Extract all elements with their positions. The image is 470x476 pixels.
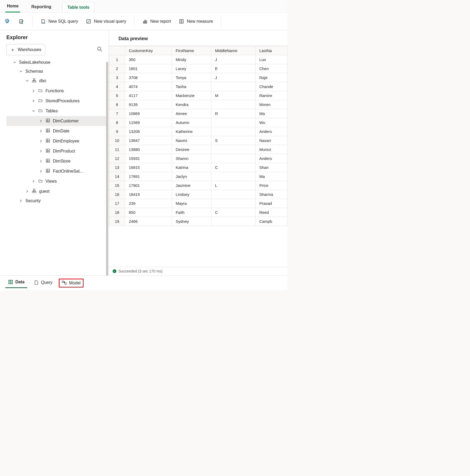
cell[interactable] <box>211 190 255 199</box>
row-number[interactable]: 7 <box>109 109 125 118</box>
cell[interactable]: 3708 <box>125 73 172 82</box>
row-number[interactable]: 10 <box>109 136 125 145</box>
view-tab-model[interactable]: Model <box>59 279 84 288</box>
cell[interactable]: M <box>211 91 255 100</box>
tree-node-factonlinesales[interactable]: FactOnlineSal... <box>6 166 106 176</box>
table-row[interactable]: 1517901JasmineLPrice <box>109 181 288 190</box>
cell[interactable]: Shan <box>255 163 288 172</box>
cell[interactable] <box>211 217 255 226</box>
cell[interactable]: Katherine <box>172 127 211 136</box>
row-number[interactable]: 3 <box>109 73 125 82</box>
row-number[interactable]: 15 <box>109 181 125 190</box>
cell[interactable]: Ma <box>255 172 288 181</box>
cell[interactable]: Desiree <box>172 145 211 154</box>
cell[interactable]: 350 <box>125 55 172 64</box>
table-row[interactable]: 192466SydneyCampb <box>109 217 288 226</box>
cell[interactable]: 9139 <box>125 100 172 109</box>
table-row[interactable]: 17239MayraPrasad <box>109 199 288 208</box>
cell[interactable] <box>211 100 255 109</box>
tree-node-dimcustomer[interactable]: DimCustomer <box>6 116 106 126</box>
tab-reporting[interactable]: Reporting <box>30 2 53 12</box>
cell[interactable]: Katrina <box>172 163 211 172</box>
tree-node-views[interactable]: Views <box>6 176 106 186</box>
cell[interactable] <box>211 127 255 136</box>
cell[interactable]: C <box>211 208 255 217</box>
tree-node-security[interactable]: Security <box>6 196 106 205</box>
cell[interactable]: J <box>211 73 255 82</box>
cell[interactable]: Sharma <box>255 190 288 199</box>
table-row[interactable]: 1113880DesireeMunoz <box>109 145 288 154</box>
tree-node-dimstore[interactable]: DimStore <box>6 156 106 166</box>
cell[interactable]: Kendra <box>172 100 211 109</box>
cell[interactable]: Tonya <box>172 73 211 82</box>
cell[interactable]: R <box>211 109 255 118</box>
cell[interactable] <box>211 118 255 127</box>
cell[interactable]: Faith <box>172 208 211 217</box>
cell[interactable]: 13847 <box>125 136 172 145</box>
table-row[interactable]: 54117MackenzieMRamire <box>109 91 288 100</box>
column-header[interactable]: LastNa <box>255 46 288 55</box>
table-row[interactable]: 21801LaceyEChen <box>109 64 288 73</box>
table-row[interactable]: 1350MindyJLuo <box>109 55 288 64</box>
tree-node-dbo[interactable]: dbo <box>6 76 106 86</box>
cell[interactable]: Prasad <box>255 199 288 208</box>
tree-node-dimproduct[interactable]: DimProduct <box>6 146 106 156</box>
column-header[interactable]: CustomerKey <box>125 46 172 55</box>
cell[interactable]: S <box>211 136 255 145</box>
cell[interactable] <box>211 199 255 208</box>
row-number[interactable]: 16 <box>109 190 125 199</box>
row-header[interactable] <box>109 46 125 55</box>
cell[interactable]: Reed <box>255 208 288 217</box>
tree-node-guest[interactable]: guest <box>6 186 106 196</box>
cell[interactable]: Mindy <box>172 55 211 64</box>
tree-node-tables[interactable]: Tables <box>6 106 106 116</box>
cell[interactable]: 16815 <box>125 163 172 172</box>
cell[interactable]: Sydney <box>172 217 211 226</box>
new-visual-query-button[interactable]: New visual query <box>85 18 127 25</box>
row-number[interactable]: 9 <box>109 127 125 136</box>
new-sql-query-button[interactable]: New SQL query <box>40 18 79 25</box>
cell[interactable]: Navarr <box>255 136 288 145</box>
cell[interactable]: Wu <box>255 118 288 127</box>
cell[interactable]: Ramire <box>255 91 288 100</box>
table-row[interactable]: 44074TashaChande <box>109 82 288 91</box>
row-number[interactable]: 2 <box>109 64 125 73</box>
cell[interactable]: Luo <box>255 55 288 64</box>
cell[interactable]: E <box>211 64 255 73</box>
cell[interactable]: Raje <box>255 73 288 82</box>
cell[interactable]: Lacey <box>172 64 211 73</box>
view-tab-data[interactable]: Data <box>5 278 27 288</box>
add-warehouses-button[interactable]: ＋ Warehouses <box>6 44 45 55</box>
cell[interactable] <box>211 172 255 181</box>
table-row[interactable]: 913206KatherineAnders <box>109 127 288 136</box>
cell[interactable] <box>211 154 255 163</box>
cell[interactable]: Anders <box>255 154 288 163</box>
table-row[interactable]: 710869AimeeRMa <box>109 109 288 118</box>
cell[interactable]: Aimee <box>172 109 211 118</box>
cell[interactable]: 11569 <box>125 118 172 127</box>
row-number[interactable]: 14 <box>109 172 125 181</box>
cell[interactable]: 1801 <box>125 64 172 73</box>
settings-button[interactable] <box>4 17 11 25</box>
table-row[interactable]: 1417891JaclynMa <box>109 172 288 181</box>
cell[interactable]: L <box>211 181 255 190</box>
table-row[interactable]: 1316815KatrinaCShan <box>109 163 288 172</box>
cell[interactable]: Jaclyn <box>172 172 211 181</box>
cell[interactable]: Price <box>255 181 288 190</box>
refresh-button[interactable] <box>18 17 25 25</box>
cell[interactable]: 17901 <box>125 181 172 190</box>
cell[interactable]: J <box>211 55 255 64</box>
cell[interactable]: 13880 <box>125 145 172 154</box>
row-number[interactable]: 17 <box>109 199 125 208</box>
row-number[interactable]: 13 <box>109 163 125 172</box>
cell[interactable]: 13206 <box>125 127 172 136</box>
cell[interactable]: Chande <box>255 82 288 91</box>
cell[interactable] <box>211 145 255 154</box>
cell[interactable]: 18419 <box>125 190 172 199</box>
table-row[interactable]: 1215931SharonAnders <box>109 154 288 163</box>
cell[interactable]: 4074 <box>125 82 172 91</box>
column-header[interactable]: MiddleName <box>211 46 255 55</box>
cell[interactable]: 2466 <box>125 217 172 226</box>
cell[interactable]: Tasha <box>172 82 211 91</box>
cell[interactable]: C <box>211 163 255 172</box>
